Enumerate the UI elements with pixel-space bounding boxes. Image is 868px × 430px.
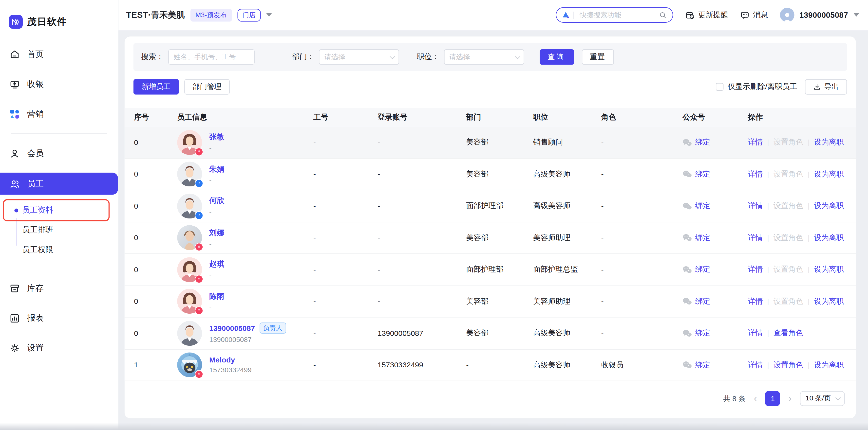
action-link[interactable]: 详情 xyxy=(748,137,763,147)
staff-submenu: 员工资料 员工排班 员工权限 xyxy=(0,195,118,268)
wechat-icon xyxy=(682,233,692,242)
position-select[interactable]: 请选择 xyxy=(444,49,524,65)
store-badge[interactable]: 门店 xyxy=(237,9,260,22)
employee-name-link[interactable]: Melody xyxy=(209,356,235,364)
top-header: TEST·青禾美肌 M3-预发布 门店 更新提醒 消息 13900005087 xyxy=(118,0,868,30)
sidebar-item-staff[interactable]: 员工 xyxy=(0,173,118,195)
employee-name-link[interactable]: 13900005087 xyxy=(209,324,255,332)
add-employee-button[interactable]: 新增员工 xyxy=(133,79,179,95)
reset-button[interactable]: 重置 xyxy=(582,49,614,65)
next-page-icon[interactable]: › xyxy=(787,394,793,403)
dept-filter-label: 部门： xyxy=(292,52,315,62)
sidebar-item-home[interactable]: 首页 xyxy=(0,44,118,65)
employee-info-cell: ♀ 赵琪 - xyxy=(177,257,313,282)
quick-search[interactable] xyxy=(556,7,673,23)
sidebar-item-settings[interactable]: 设置 xyxy=(0,337,118,359)
employee-name-link[interactable]: 张敏 xyxy=(209,132,224,142)
search-filter-input[interactable] xyxy=(168,49,254,65)
action-link[interactable]: 详情 xyxy=(748,233,763,243)
query-button[interactable]: 查询 xyxy=(539,49,574,65)
action-link[interactable]: 设置角色 xyxy=(774,360,803,370)
job-no-cell: - xyxy=(313,361,377,369)
wechat-bind-link[interactable]: 绑定 xyxy=(695,360,710,370)
employee-name-link[interactable]: 朱娟 xyxy=(209,164,224,174)
only-deleted-checkbox[interactable] xyxy=(715,83,723,91)
employee-name-link[interactable]: 刘娜 xyxy=(209,228,224,238)
action-link[interactable]: 设为离职 xyxy=(814,137,844,147)
export-button[interactable]: 导出 xyxy=(805,79,847,95)
account-dropdown-caret-icon[interactable] xyxy=(854,13,859,16)
row-actions: 详情|设置角色|设为离职 xyxy=(748,233,846,243)
action-separator: | xyxy=(808,170,809,178)
dept-select[interactable]: 请选择 xyxy=(319,49,399,65)
wechat-bind-link[interactable]: 绑定 xyxy=(695,265,710,274)
action-separator: | xyxy=(767,266,769,273)
action-link[interactable]: 设为离职 xyxy=(814,265,844,274)
action-separator: | xyxy=(808,202,809,209)
account-cell: - xyxy=(377,233,466,242)
wechat-bind-link[interactable]: 绑定 xyxy=(695,296,710,306)
gender-badge-icon: ♂ xyxy=(195,179,203,188)
chevron-down-icon xyxy=(835,395,841,400)
action-link[interactable]: 详情 xyxy=(748,265,763,274)
manager-tag-badge: 负责人 xyxy=(259,323,286,334)
filter-bar: 搜索： 部门： 请选择 职位： 请选择 查询 重置 xyxy=(133,43,847,71)
employee-sub-text: - xyxy=(209,272,224,279)
action-separator: | xyxy=(808,138,809,146)
employee-name-link[interactable]: 陈雨 xyxy=(209,291,224,301)
action-separator: | xyxy=(808,234,809,241)
wechat-bind-link[interactable]: 绑定 xyxy=(695,233,710,243)
action-link[interactable]: 详情 xyxy=(748,169,763,179)
search-icon[interactable] xyxy=(659,11,667,19)
action-link[interactable]: 详情 xyxy=(748,296,763,306)
action-link[interactable]: 详情 xyxy=(748,360,763,370)
action-link[interactable]: 详情 xyxy=(748,201,763,211)
quick-search-input[interactable] xyxy=(579,10,659,20)
avatar: ♀ xyxy=(177,289,202,314)
dept-select-value: 请选择 xyxy=(324,52,345,62)
row-actions: 详情|设置角色|设为离职 xyxy=(748,360,846,370)
inventory-icon xyxy=(9,283,20,294)
submenu-item-label: 员工权限 xyxy=(22,245,53,255)
page-size-select[interactable]: 10 条/页 xyxy=(800,391,844,406)
employee-name-link[interactable]: 何欣 xyxy=(209,196,224,206)
action-link[interactable]: 设为离职 xyxy=(814,233,844,243)
store-dropdown-caret-icon[interactable] xyxy=(266,13,272,16)
employee-info-cell: ♀ 刘娜 - xyxy=(177,225,313,250)
account-avatar[interactable] xyxy=(780,8,795,22)
page-number-1[interactable]: 1 xyxy=(765,391,780,406)
wechat-bind-link[interactable]: 绑定 xyxy=(695,169,710,179)
sidebar-item-member[interactable]: 会员 xyxy=(0,143,118,164)
employee-name-link[interactable]: 赵琪 xyxy=(209,260,224,269)
action-link[interactable]: 查看角色 xyxy=(774,328,803,338)
sidebar-item-marketing[interactable]: 营销 xyxy=(0,104,118,125)
update-reminder-button[interactable]: 更新提醒 xyxy=(685,10,728,20)
submenu-item-employee-permission[interactable]: 员工权限 xyxy=(0,240,118,260)
wechat-icon xyxy=(682,329,692,337)
dept-manage-button[interactable]: 部门管理 xyxy=(184,79,230,95)
submenu-item-employee-profile[interactable]: 员工资料 xyxy=(0,200,118,220)
action-separator: | xyxy=(767,298,769,305)
prev-page-icon[interactable]: ‹ xyxy=(753,394,758,403)
sidebar-item-cashier[interactable]: 收银 xyxy=(0,73,118,94)
action-link[interactable]: 设为离职 xyxy=(814,201,844,211)
sidebar-item-inventory[interactable]: 库存 xyxy=(0,277,118,299)
col-header-account: 登录账号 xyxy=(377,112,466,122)
action-link[interactable]: 设为离职 xyxy=(814,360,844,370)
action-separator: | xyxy=(767,361,769,369)
action-link[interactable]: 设为离职 xyxy=(814,296,844,306)
dept-cell: 美容部 xyxy=(466,328,533,338)
action-link[interactable]: 设为离职 xyxy=(814,169,844,179)
role-cell: - xyxy=(601,170,683,178)
account-phone[interactable]: 13900005087 xyxy=(799,10,848,20)
export-label: 导出 xyxy=(824,82,839,92)
wechat-bind-link[interactable]: 绑定 xyxy=(695,201,710,211)
sidebar-item-report[interactable]: 报表 xyxy=(0,307,118,328)
submenu-item-employee-schedule[interactable]: 员工排班 xyxy=(0,220,118,240)
wechat-cell: 绑定 xyxy=(682,360,748,370)
action-link[interactable]: 详情 xyxy=(748,328,763,338)
wechat-bind-link[interactable]: 绑定 xyxy=(695,137,710,147)
only-deleted-label[interactable]: 仅显示删除/离职员工 xyxy=(728,82,797,92)
messages-button[interactable]: 消息 xyxy=(740,10,768,20)
wechat-bind-link[interactable]: 绑定 xyxy=(695,328,710,338)
